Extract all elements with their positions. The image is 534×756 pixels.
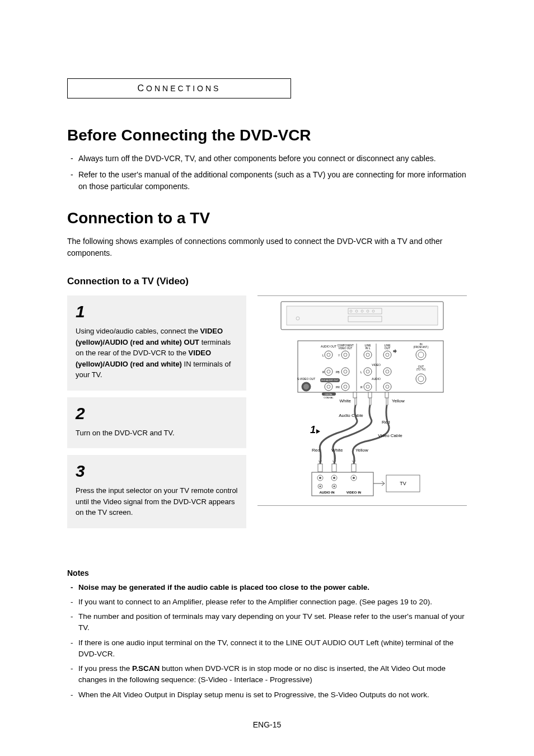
label-white-bottom: White bbox=[331, 448, 343, 453]
svg-point-56 bbox=[320, 486, 321, 487]
svg-point-41 bbox=[366, 385, 369, 388]
notes-heading: Notes bbox=[67, 569, 467, 577]
svg-point-58 bbox=[334, 486, 335, 487]
step-1: 1 Using video/audio cables, connect the … bbox=[67, 295, 246, 391]
label-video-cable: Video Cable bbox=[378, 433, 402, 438]
section-tab: CONNECTIONS bbox=[67, 78, 291, 98]
subheading-video: Connection to a TV (Video) bbox=[67, 276, 467, 287]
svg-point-28 bbox=[366, 370, 369, 373]
svg-point-43 bbox=[386, 385, 389, 388]
label-to-tv: (TO TV) bbox=[416, 368, 426, 371]
svg-point-37 bbox=[327, 385, 330, 388]
step-number: 3 bbox=[76, 462, 238, 481]
intro-text: The following shows examples of connecti… bbox=[67, 236, 467, 259]
svg-point-39 bbox=[344, 385, 347, 388]
label-line-inl2: IN L bbox=[365, 346, 370, 350]
notes-list: Noise may be generated if the audio cabl… bbox=[67, 582, 467, 701]
label-digital: DIGITAL bbox=[325, 393, 332, 396]
step-marker: 1 bbox=[310, 424, 316, 435]
heading-connection-tv: Connection to a TV bbox=[67, 209, 467, 227]
label-line-out2: OUT bbox=[385, 346, 391, 350]
label-l: L bbox=[322, 354, 324, 357]
svg-point-24 bbox=[327, 370, 330, 373]
bullet-item: Refer to the user's manual of the additi… bbox=[67, 169, 467, 192]
svg-point-12 bbox=[327, 353, 330, 356]
label-l2: L bbox=[360, 370, 362, 374]
note-item: If there is one audio input terminal on … bbox=[67, 637, 467, 660]
label-svideo: S-VIDEO OUT bbox=[297, 377, 316, 381]
label-audio-cable: Audio Cable bbox=[339, 413, 363, 418]
label-audio-out: AUDIO OUT bbox=[321, 345, 336, 348]
svg-rect-45 bbox=[318, 464, 322, 472]
step-number: 1 bbox=[76, 302, 238, 321]
connection-diagram: AUDIO OUT COMPONENT VIDEO OUT LINE IN L … bbox=[257, 295, 467, 506]
label-audio: AUDIO bbox=[372, 377, 381, 381]
label-dvd-audio: DVD AUDIO OUT bbox=[321, 379, 339, 382]
svg-point-14 bbox=[344, 353, 347, 356]
svg-rect-62 bbox=[385, 392, 388, 398]
svg-point-50 bbox=[319, 477, 321, 479]
svg-point-30 bbox=[386, 370, 389, 373]
step-text: Turn on the DVD-VCR and TV. bbox=[76, 428, 238, 439]
before-connecting-bullets: Always turn off the DVD-VCR, TV, and oth… bbox=[67, 153, 467, 192]
step-text: Press the input selector on your TV remo… bbox=[76, 485, 238, 518]
label-from-ant: (FROM ANT.) bbox=[414, 346, 429, 349]
note-item: When the Alt Video Output in Display set… bbox=[67, 689, 467, 701]
svg-rect-1 bbox=[287, 306, 438, 325]
svg-point-34 bbox=[303, 384, 309, 389]
label-component2: VIDEO OUT bbox=[339, 347, 353, 350]
label-pb: PB bbox=[336, 370, 340, 374]
step-number: 2 bbox=[76, 404, 238, 423]
note-item: If you press the P.SCAN button when DVD-… bbox=[67, 663, 467, 686]
label-red-bottom: Red bbox=[312, 448, 320, 453]
svg-point-52 bbox=[333, 477, 335, 479]
note-item: Noise may be generated if the audio cabl… bbox=[67, 582, 467, 593]
note-item: If you want to connect to an Amplifier, … bbox=[67, 597, 467, 608]
label-r: R bbox=[322, 370, 325, 374]
svg-rect-47 bbox=[352, 464, 356, 472]
svg-point-26 bbox=[344, 370, 347, 373]
label-coaxial: COAXIAL bbox=[324, 396, 334, 399]
label-r2: R bbox=[360, 386, 363, 389]
notes-section: Notes Noise may be generated if the audi… bbox=[67, 569, 467, 701]
diagram-svg: AUDIO OUT COMPONENT VIDEO OUT LINE IN L … bbox=[257, 296, 467, 503]
svg-rect-46 bbox=[332, 464, 336, 472]
content-row: 1 Using video/audio cables, connect the … bbox=[67, 295, 467, 535]
note-item: The number and position of terminals may… bbox=[67, 611, 467, 634]
step-text: Using video/audio cables, connect the VI… bbox=[76, 326, 238, 381]
bullet-item: Always turn off the DVD-VCR, TV, and oth… bbox=[67, 153, 467, 165]
label-tv: TV bbox=[400, 481, 406, 486]
label-pr: PR bbox=[336, 386, 340, 389]
steps-column: 1 Using video/audio cables, connect the … bbox=[67, 295, 246, 535]
label-video: VIDEO bbox=[372, 363, 381, 367]
section-tab-text: CONNECTIONS bbox=[138, 84, 221, 93]
heading-before-connecting: Before Connecting the DVD-VCR bbox=[67, 126, 467, 144]
svg-rect-60 bbox=[353, 392, 357, 398]
label-white-top: White bbox=[340, 398, 352, 403]
page-number: ENG-15 bbox=[67, 720, 467, 729]
svg-point-22 bbox=[418, 352, 424, 358]
svg-point-54 bbox=[353, 477, 355, 479]
label-yellow-bottom: Yellow bbox=[355, 448, 368, 453]
svg-point-17 bbox=[366, 353, 369, 356]
label-video-in: VIDEO IN bbox=[346, 491, 361, 494]
svg-point-32 bbox=[418, 376, 424, 382]
label-audio-in: AUDIO IN bbox=[320, 491, 335, 494]
svg-point-20 bbox=[386, 353, 389, 356]
label-yellow-top: Yellow bbox=[392, 398, 405, 403]
step-3: 3 Press the input selector on your TV re… bbox=[67, 455, 246, 528]
svg-rect-61 bbox=[368, 392, 372, 398]
step-2: 2 Turn on the DVD-VCR and TV. bbox=[67, 397, 246, 449]
diagram-column: AUDIO OUT COMPONENT VIDEO OUT LINE IN L … bbox=[257, 295, 467, 535]
